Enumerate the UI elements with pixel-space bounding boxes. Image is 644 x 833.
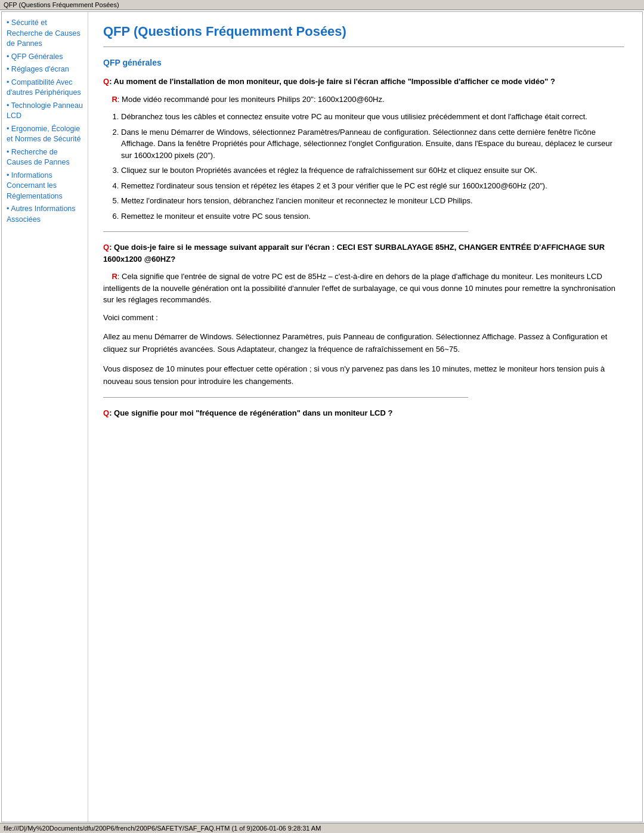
sidebar: • Sécurité et Recherche de Causes de Pan… (2, 12, 88, 822)
question-1: Q: Au moment de l'installation de mon mo… (103, 76, 624, 88)
sidebar-item-6: • Recherche de Causes de Pannes (7, 147, 83, 168)
q2-label: Q (103, 243, 109, 252)
question-3: Q: Que signifie pour moi "fréquence de r… (103, 407, 624, 419)
section-divider-2 (103, 397, 468, 398)
sidebar-link-5[interactable]: • Ergonomie, Écologie et Normes de Sécur… (7, 124, 83, 145)
main-content: QFP (Questions Fréquemment Posées) QFP g… (88, 12, 642, 822)
sidebar-link-2[interactable]: • Réglages d'écran (7, 64, 83, 75)
answer-1: R: Mode vidéo recommandé pour les monite… (103, 94, 624, 106)
step-1: Débranchez tous les câbles et connectez … (121, 111, 624, 123)
sidebar-item-8: • Autres Informations Associées (7, 204, 83, 225)
sidebar-item-4: • Technologie Panneau LCD (7, 101, 83, 122)
title-bar-text: QFP (Questions Fréquemment Posées) (4, 1, 119, 8)
q2-text: : Que dois-je faire si le message suivan… (103, 243, 605, 264)
question-2: Q: Que dois-je faire si le message suiva… (103, 241, 624, 265)
a1-text: : Mode vidéo recommandé pour les moniteu… (117, 95, 385, 104)
sidebar-link-3[interactable]: • Compatibilité Avec d'autres Périphériq… (7, 78, 83, 98)
sidebar-link-8[interactable]: • Autres Informations Associées (7, 204, 83, 225)
a2-text: : Cela signifie que l'entrée de signal d… (103, 272, 615, 304)
sidebar-link-7[interactable]: • Informations Concernant les Réglementa… (7, 171, 83, 202)
q1-text: : Au moment de l'installation de mon mon… (109, 77, 555, 86)
sidebar-item-3: • Compatibilité Avec d'autres Périphériq… (7, 78, 83, 98)
r2-label: R (112, 272, 117, 281)
section-divider-1 (103, 231, 468, 232)
steps-list: Débranchez tous les câbles et connectez … (121, 111, 624, 222)
step-5: Mettez l'ordinateur hors tension, débran… (121, 195, 624, 207)
sidebar-link-6[interactable]: • Recherche de Causes de Pannes (7, 147, 83, 168)
step-6: Remettez le moniteur et ensuite votre PC… (121, 210, 624, 222)
status-bar: file:///D|/My%20Documents/dfu/200P6/fren… (0, 823, 644, 823)
sidebar-item-1: • QFP Générales (7, 52, 83, 63)
paragraph-1: Allez au menu Démarrer de Windows. Sélec… (103, 331, 624, 356)
sidebar-item-2: • Réglages d'écran (7, 64, 83, 75)
sidebar-link-0[interactable]: • Sécurité et Recherche de Causes de Pan… (7, 18, 83, 49)
answer-2: R: Cela signifie que l'entrée de signal … (103, 271, 624, 306)
sidebar-link-4[interactable]: • Technologie Panneau LCD (7, 101, 83, 122)
sidebar-item-0: • Sécurité et Recherche de Causes de Pan… (7, 18, 83, 49)
browser-content: • Sécurité et Recherche de Causes de Pan… (1, 11, 643, 822)
sidebar-link-1[interactable]: • QFP Générales (7, 52, 83, 63)
title-bar: QFP (Questions Fréquemment Posées) (0, 0, 644, 10)
step-4: Remettez l'ordinateur sous tension et ré… (121, 180, 624, 192)
paragraph-2: Vous disposez de 10 minutes pour effectu… (103, 363, 624, 388)
step-3: Cliquez sur le bouton Propriétés avancée… (121, 165, 624, 176)
voici-comment: Voici comment : (103, 312, 624, 324)
page-title: QFP (Questions Fréquemment Posées) (103, 24, 624, 39)
sidebar-item-7: • Informations Concernant les Réglementa… (7, 171, 83, 202)
section-title: QFP générales (103, 58, 624, 67)
q1-label: Q (103, 77, 109, 86)
title-divider (103, 47, 624, 47)
sidebar-item-5: • Ergonomie, Écologie et Normes de Sécur… (7, 124, 83, 145)
q3-label: Q (103, 408, 109, 417)
q3-text: : Que signifie pour moi "fréquence de ré… (109, 408, 392, 417)
step-2: Dans le menu Démarrer de Windows, sélect… (121, 126, 624, 162)
r1-label: R (112, 95, 117, 104)
